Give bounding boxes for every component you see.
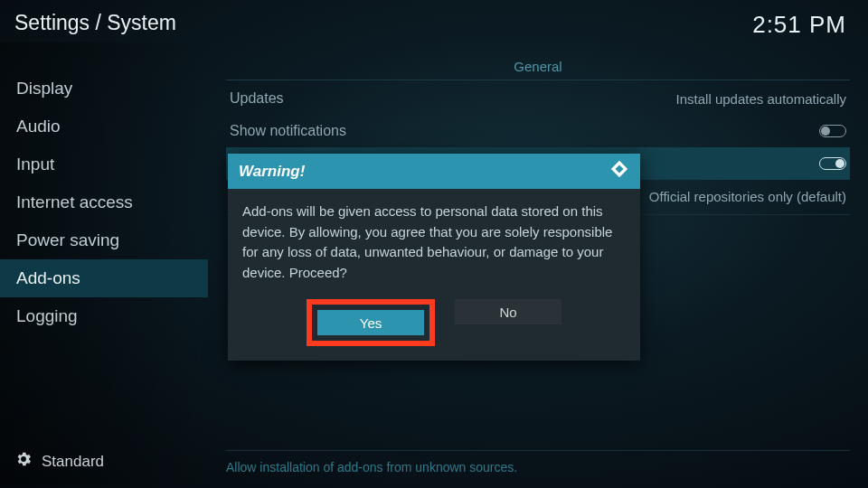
sidebar-item-internet-access[interactable]: Internet access bbox=[0, 183, 208, 221]
row-value: Install updates automatically bbox=[676, 91, 846, 107]
warning-dialog: Warning! Add-ons will be given access to… bbox=[228, 154, 640, 361]
row-label: Updates bbox=[230, 90, 284, 107]
toggle-off-icon[interactable] bbox=[819, 125, 846, 137]
no-button[interactable]: No bbox=[455, 299, 561, 324]
category-header: General bbox=[226, 52, 850, 80]
dialog-title: Warning! bbox=[239, 163, 305, 181]
breadcrumb: Settings / System bbox=[14, 11, 176, 35]
sidebar-item-logging[interactable]: Logging bbox=[0, 297, 208, 335]
sidebar-item-input[interactable]: Input bbox=[0, 145, 208, 183]
gear-icon bbox=[14, 450, 33, 473]
yes-button[interactable]: Yes bbox=[317, 310, 424, 335]
settings-level-label: Standard bbox=[42, 453, 104, 471]
row-value: Official repositories only (default) bbox=[649, 189, 846, 204]
sidebar-item-display[interactable]: Display bbox=[0, 70, 208, 108]
toggle-on-icon[interactable] bbox=[819, 157, 846, 170]
sidebar: Display Audio Input Internet access Powe… bbox=[0, 42, 208, 485]
row-label: Show notifications bbox=[230, 123, 346, 139]
kodi-logo-icon bbox=[609, 159, 629, 183]
sidebar-item-power-saving[interactable]: Power saving bbox=[0, 221, 208, 259]
sidebar-item-audio[interactable]: Audio bbox=[0, 108, 208, 145]
clock: 2:51 PM bbox=[752, 11, 846, 39]
settings-level-button[interactable]: Standard bbox=[0, 437, 208, 485]
row-updates[interactable]: Updates Install updates automatically bbox=[226, 82, 850, 115]
yes-highlight-box: Yes bbox=[307, 299, 435, 346]
row-show-notifications[interactable]: Show notifications bbox=[226, 115, 850, 147]
dialog-body: Add-ons will be given access to personal… bbox=[228, 189, 640, 299]
sidebar-item-add-ons[interactable]: Add-ons bbox=[0, 259, 208, 297]
footer-hint: Allow installation of add-ons from unkno… bbox=[226, 450, 850, 474]
